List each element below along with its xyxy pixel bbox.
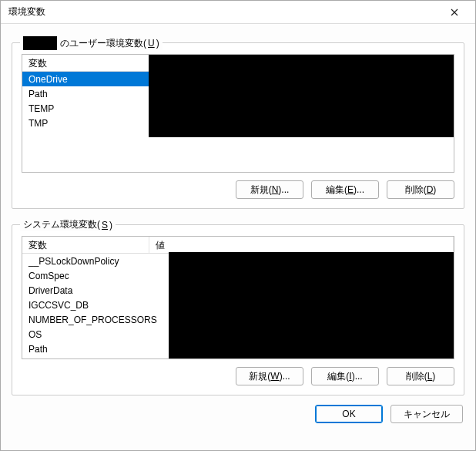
titlebar: 環境変数 [1,1,475,24]
cell-variable: Path [22,344,149,355]
list-rows: OneDrivePathTEMPTMP [22,72,454,130]
dialog-bottom-buttons: OK キャンセル [12,402,464,423]
cancel-button[interactable]: キャンセル [391,405,463,423]
user-edit-button[interactable]: 編集(E)... [311,180,379,199]
cell-variable: TMP [22,118,149,129]
system-vars-group: システム環境変数(S) 変数 値 __PSLockDownPolicyComSp… [12,224,464,395]
window-title: 環境変数 [8,5,437,19]
cell-variable: OneDrive [22,74,149,85]
redacted-values [149,54,454,137]
redacted-username [23,36,57,50]
system-delete-button[interactable]: 削除(L) [387,367,454,385]
cell-variable: ComSpec [22,271,149,281]
ok-button[interactable]: OK [315,405,383,423]
user-buttons: 新規(N)... 編集(E)... 削除(D) [22,180,454,199]
col-variable[interactable]: 変数 [22,55,149,71]
cell-variable: OS [22,329,149,340]
system-buttons: 新規(W)... 編集(I)... 削除(L) [22,367,454,385]
list-rows: __PSLockDownPolicyComSpecDriverDataIGCCS… [22,254,454,356]
user-delete-button[interactable]: 削除(D) [387,180,454,199]
col-value[interactable]: 値 [149,237,454,253]
redacted-values [169,252,454,359]
cell-variable: TEMP [22,103,149,114]
list-header: 変数 値 [22,237,454,254]
cell-variable: IGCCSVC_DB [22,300,149,311]
environment-variables-dialog: 環境変数 のユーザー環境変数(U) 変数 値 OneDrivePathTEMPT… [0,0,476,451]
dialog-body: のユーザー環境変数(U) 変数 値 OneDrivePathTEMPTMP 新規… [1,24,475,450]
user-new-button[interactable]: 新規(N)... [236,180,303,199]
cell-variable: DriverData [22,285,149,296]
close-button[interactable] [437,2,472,23]
col-variable[interactable]: 変数 [22,237,149,253]
system-new-button[interactable]: 新規(W)... [236,367,303,385]
system-vars-legend: システム環境変数(S) [20,218,116,231]
user-vars-group: のユーザー環境変数(U) 変数 値 OneDrivePathTEMPTMP 新規… [12,42,464,209]
system-edit-button[interactable]: 編集(I)... [311,367,379,385]
cell-variable: __PSLockDownPolicy [22,256,149,267]
user-vars-legend: のユーザー環境変数(U) [20,36,163,50]
system-vars-list[interactable]: 変数 値 __PSLockDownPolicyComSpecDriverData… [22,236,454,359]
cell-variable: NUMBER_OF_PROCESSORS [22,315,149,325]
user-vars-list[interactable]: 変数 値 OneDrivePathTEMPTMP [22,54,454,173]
cell-variable: Path [22,89,149,99]
